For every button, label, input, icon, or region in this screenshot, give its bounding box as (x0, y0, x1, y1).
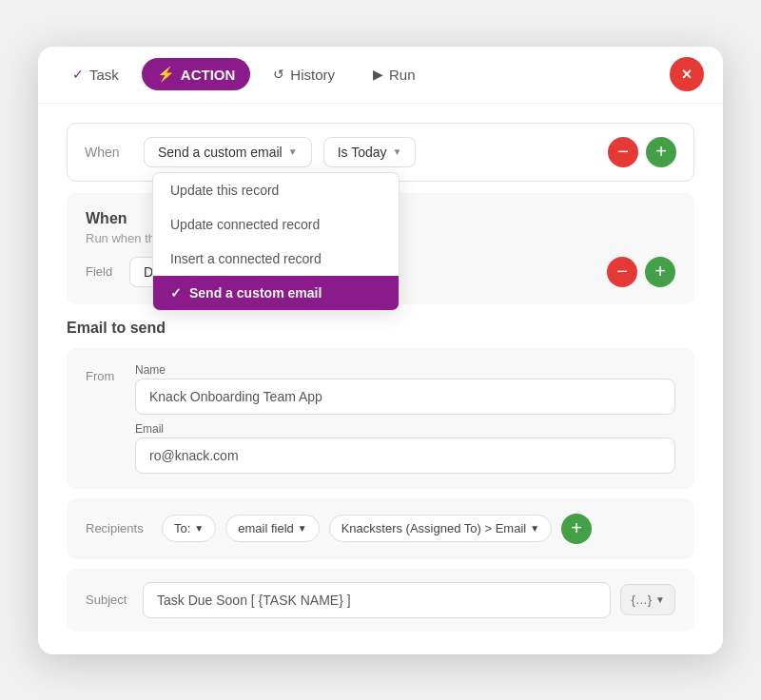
recipient-chevron-icon: ▼ (530, 523, 539, 534)
check-icon: ✓ (72, 67, 84, 82)
name-input[interactable] (135, 379, 675, 415)
content-area: When Send a custom email ▼ Is Today ▼ − … (38, 104, 723, 654)
name-group: Name (135, 363, 675, 415)
action-buttons: − + (608, 137, 676, 167)
email-fields: Name Email (135, 363, 675, 474)
nav-bar: ✓ Task ⚡ ACTION ↺ History ▶ Run × (38, 47, 723, 104)
tab-action-label: ACTION (181, 67, 236, 83)
when-label: When (85, 145, 132, 160)
email-from-row: From Name Email (86, 363, 675, 474)
tab-run[interactable]: ▶ Run (358, 59, 431, 90)
modal-container: ✓ Task ⚡ ACTION ↺ History ▶ Run × When S… (38, 47, 723, 654)
email-field-label: email field (238, 521, 294, 535)
code-icon: {…} (631, 593, 652, 607)
add-recipient-button[interactable]: + (561, 514, 592, 544)
minus-icon-2: − (616, 261, 628, 282)
plus-icon-3: + (571, 517, 582, 539)
from-label: From (86, 363, 120, 474)
email-input[interactable] (135, 438, 675, 474)
remove-condition-button[interactable]: − (608, 137, 638, 167)
menu-item-send-email[interactable]: ✓ Send a custom email (153, 276, 399, 310)
recipient-value-dropdown[interactable]: Knacksters (Assigned To) > Email ▼ (329, 515, 552, 542)
history-icon: ↺ (273, 67, 284, 82)
is-today-value: Is Today (338, 145, 387, 160)
recipients-label: Recipients (86, 521, 152, 535)
menu-item-update-connected[interactable]: Update connected record (153, 207, 399, 242)
add-field-button[interactable]: + (645, 257, 675, 287)
menu-item-insert-connected-label: Insert a connected record (170, 251, 322, 266)
tab-history-label: History (290, 67, 335, 83)
menu-item-send-email-label: Send a custom email (189, 285, 322, 301)
check-mark-icon: ✓ (170, 285, 182, 301)
menu-item-update-record[interactable]: Update this record (153, 173, 399, 207)
email-label: Email (135, 422, 675, 436)
email-section: Email to send From Name Email (67, 320, 694, 632)
remove-field-button[interactable]: − (607, 257, 637, 287)
close-button[interactable]: × (670, 57, 704, 91)
email-group: Email (135, 422, 675, 474)
recipient-value: Knacksters (Assigned To) > Email (341, 521, 526, 535)
plus-icon-2: + (654, 261, 666, 282)
field-label: Field (86, 264, 120, 279)
chevron-down-icon-2: ▼ (393, 146, 402, 157)
to-chevron-icon: ▼ (194, 523, 204, 534)
email-from-card: From Name Email (67, 348, 694, 489)
when-action-dropdown[interactable]: Send a custom email ▼ (144, 137, 312, 167)
code-chevron-icon: ▼ (655, 594, 665, 605)
code-button[interactable]: {…} ▼ (620, 584, 675, 615)
menu-item-update-connected-label: Update connected record (170, 217, 320, 232)
is-today-dropdown[interactable]: Is Today ▼ (323, 137, 417, 167)
subject-label: Subject (86, 593, 133, 607)
tab-action[interactable]: ⚡ ACTION (142, 58, 251, 90)
recipients-card: Recipients To: ▼ email field ▼ Knackster… (67, 498, 694, 559)
action-dropdown-menu: Update this record Update connected reco… (152, 172, 400, 311)
chevron-down-icon: ▼ (288, 146, 298, 157)
plus-icon: + (655, 141, 667, 163)
subject-card: Subject {…} ▼ (67, 569, 694, 632)
name-label: Name (135, 363, 675, 377)
to-label: To: (174, 521, 190, 535)
email-section-title: Email to send (67, 320, 694, 337)
tab-task[interactable]: ✓ Task (57, 59, 134, 90)
subject-input[interactable] (143, 582, 611, 618)
bolt-icon: ⚡ (157, 66, 175, 83)
close-icon: × (682, 65, 693, 85)
email-field-chevron-icon: ▼ (298, 523, 307, 534)
tab-history[interactable]: ↺ History (258, 59, 350, 90)
menu-item-update-record-label: Update this record (170, 183, 279, 198)
tab-task-label: Task (89, 67, 119, 83)
when-action-value: Send a custom email (158, 145, 283, 160)
field-action-buttons: − + (607, 257, 675, 287)
minus-icon: − (617, 141, 629, 163)
run-icon: ▶ (373, 67, 383, 82)
to-dropdown[interactable]: To: ▼ (162, 515, 216, 542)
add-condition-button[interactable]: + (646, 137, 676, 167)
menu-item-insert-connected[interactable]: Insert a connected record (153, 242, 399, 276)
tab-run-label: Run (389, 67, 416, 83)
email-field-dropdown[interactable]: email field ▼ (225, 515, 319, 542)
